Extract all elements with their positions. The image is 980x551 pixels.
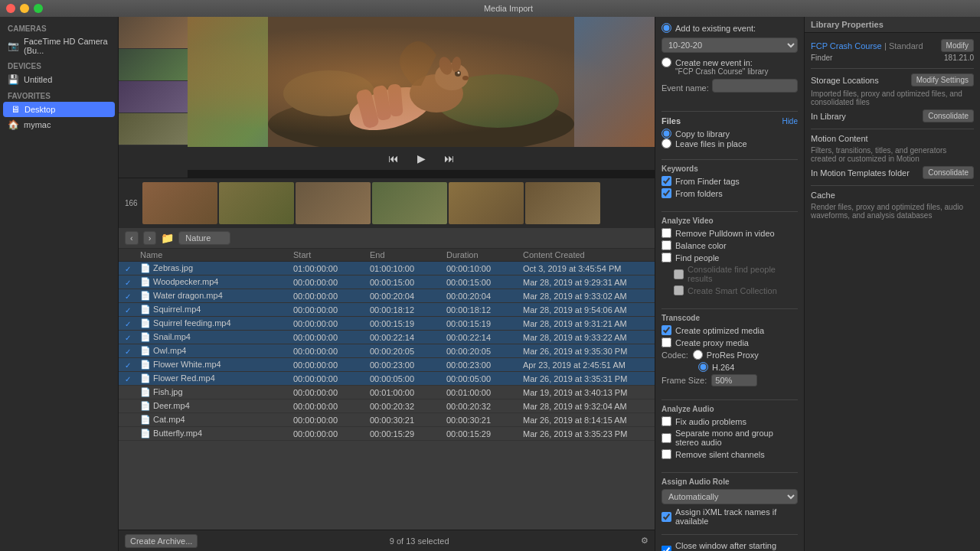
assign-ixml-item[interactable]: Assign iXML track names if available <box>662 507 798 526</box>
row-check[interactable]: ✓ <box>125 360 140 370</box>
table-row[interactable]: ✓ 📄 Flower White.mp4 00:00:00:00 00:00:2… <box>119 358 655 372</box>
prev-frame-button[interactable]: ⏮ <box>384 151 403 166</box>
header-created[interactable]: Content Created <box>523 250 655 259</box>
find-people-check[interactable] <box>662 253 671 262</box>
balance-color-check[interactable] <box>662 240 671 250</box>
table-row[interactable]: ✓ 📄 Zebras.jpg 01:00:00:00 01:00:10:00 0… <box>119 262 655 276</box>
table-row[interactable]: 📄 Butterfly.mp4 00:00:00:00 00:00:15:29 … <box>119 427 655 441</box>
film-frame-3[interactable] <box>296 182 371 224</box>
audio-role-selector[interactable]: Automatically <box>662 489 798 504</box>
remove-silent-check[interactable] <box>662 449 671 459</box>
assign-ixml-check[interactable] <box>662 512 671 522</box>
create-optimized-check[interactable] <box>662 325 671 335</box>
header-duration[interactable]: Duration <box>446 250 523 259</box>
create-optimized-item[interactable]: Create optimized media <box>662 325 798 335</box>
fix-audio-check[interactable] <box>662 416 671 426</box>
create-smart-collection-item[interactable]: Create Smart Collection <box>662 285 798 295</box>
header-end[interactable]: End <box>370 250 446 259</box>
separate-mono-check[interactable] <box>662 433 671 443</box>
from-folders-item[interactable]: From folders <box>662 188 798 198</box>
header-start[interactable]: Start <box>293 250 370 259</box>
consolidate-people-item[interactable]: Consolidate find people results <box>662 265 798 283</box>
add-to-existing-radio-item[interactable]: Add to existing event: <box>662 23 798 33</box>
prores-radio-item[interactable]: ProRes Proxy <box>693 350 759 360</box>
create-proxy-check[interactable] <box>662 337 671 347</box>
find-people-item[interactable]: Find people <box>662 253 798 262</box>
row-check[interactable]: ✓ <box>125 264 140 273</box>
row-check[interactable]: ✓ <box>125 347 140 356</box>
header-name[interactable]: Name <box>140 250 293 259</box>
table-row[interactable]: ✓ 📄 Water dragon.mp4 00:00:00:00 00:00:2… <box>119 289 655 303</box>
thumb-1[interactable] <box>119 17 188 49</box>
prores-radio[interactable] <box>693 350 703 360</box>
table-row[interactable]: ✓ 📄 Owl.mp4 00:00:00:00 00:00:20:05 00:0… <box>119 344 655 358</box>
from-finder-tags-check[interactable] <box>662 176 671 186</box>
table-row[interactable]: ✓ 📄 Squirrel.mp4 00:00:00:00 00:00:18:12… <box>119 303 655 317</box>
table-row[interactable]: 📄 Deer.mp4 00:00:00:00 00:00:20:32 00:00… <box>119 399 655 413</box>
remove-pulldown-item[interactable]: Remove Pulldown in video <box>662 228 798 238</box>
folder-selector[interactable]: Nature <box>178 231 230 245</box>
film-frame-6[interactable] <box>525 182 600 224</box>
row-check[interactable]: ✓ <box>125 374 140 383</box>
film-frame-1[interactable] <box>142 182 217 224</box>
consolidate2-button[interactable]: Consolidate <box>923 166 974 179</box>
close-window-row[interactable]: Close window after starting import <box>662 541 798 551</box>
h264-radio[interactable] <box>698 362 708 372</box>
close-window-check[interactable] <box>662 546 671 552</box>
table-row[interactable]: 📄 Cat.mp4 00:00:00:00 00:00:30:21 00:00:… <box>119 413 655 427</box>
from-finder-tags-item[interactable]: From Finder tags <box>662 176 798 186</box>
event-selector[interactable]: 10-20-20 <box>662 37 798 53</box>
remove-silent-item[interactable]: Remove silent channels <box>662 449 798 459</box>
create-new-event-radio[interactable] <box>662 57 671 67</box>
add-to-existing-radio[interactable] <box>662 23 671 33</box>
h264-radio-item[interactable]: H.264 <box>698 362 734 372</box>
consolidate-people-check[interactable] <box>674 269 684 279</box>
modify-button[interactable]: Modify <box>941 39 974 52</box>
event-name-input[interactable] <box>712 79 798 93</box>
row-check[interactable]: ✓ <box>125 278 140 287</box>
table-row[interactable]: ✓ 📄 Snail.mp4 00:00:00:00 00:00:22:14 00… <box>119 331 655 344</box>
balance-color-item[interactable]: Balance color <box>662 240 798 250</box>
sidebar-item-desktop[interactable]: 🖥 Desktop <box>3 102 115 117</box>
row-check[interactable]: ✓ <box>125 292 140 301</box>
table-row[interactable]: 📄 Fish.jpg 00:00:00:00 00:01:00:00 00:01… <box>119 386 655 399</box>
remove-pulldown-check[interactable] <box>662 228 671 238</box>
close-button[interactable] <box>6 4 15 13</box>
frame-size-input[interactable] <box>711 374 757 386</box>
thumb-2[interactable] <box>119 49 188 81</box>
consolidate-button[interactable]: Consolidate <box>923 109 974 122</box>
minimize-button[interactable] <box>20 4 29 13</box>
back-button[interactable]: ‹ <box>125 231 139 245</box>
table-row[interactable]: ✓ 📄 Woodpecker.mp4 00:00:00:00 00:00:15:… <box>119 276 655 289</box>
next-frame-button[interactable]: ⏭ <box>439 151 459 166</box>
create-proxy-item[interactable]: Create proxy media <box>662 337 798 347</box>
sidebar-item-camera[interactable]: 📷 FaceTime HD Camera (Bu... <box>0 34 118 57</box>
row-check[interactable]: ✓ <box>125 319 140 328</box>
leave-files-radio[interactable] <box>662 139 671 148</box>
copy-to-library-radio[interactable] <box>662 129 671 139</box>
from-folders-check[interactable] <box>662 188 671 198</box>
film-frame-2[interactable] <box>219 182 294 224</box>
row-check[interactable]: ✓ <box>125 305 140 315</box>
sidebar-item-mymac[interactable]: 🏠 mymac <box>0 117 118 132</box>
leave-files-radio-item[interactable]: Leave files in place <box>662 139 798 148</box>
thumb-4[interactable] <box>119 113 188 145</box>
forward-button[interactable]: › <box>143 231 157 245</box>
table-row[interactable]: ✓ 📄 Squirrel feeding.mp4 00:00:00:00 00:… <box>119 317 655 331</box>
modify-settings-button[interactable]: Modify Settings <box>911 73 974 86</box>
row-check[interactable]: ✓ <box>125 333 140 342</box>
sidebar-item-device[interactable]: 💾 Untitled <box>0 72 118 87</box>
window-controls[interactable] <box>6 4 43 13</box>
create-archive-button[interactable]: Create Archive... <box>125 534 198 548</box>
play-button[interactable]: ▶ <box>413 151 430 166</box>
maximize-button[interactable] <box>34 4 43 13</box>
create-new-event-radio-item[interactable]: Create new event in: <box>662 57 798 67</box>
create-smart-collection-check[interactable] <box>674 285 684 295</box>
copy-to-library-radio-item[interactable]: Copy to library <box>662 129 798 139</box>
film-frame-5[interactable] <box>449 182 524 224</box>
fix-audio-item[interactable]: Fix audio problems <box>662 416 798 426</box>
table-row[interactable]: ✓ 📄 Flower Red.mp4 00:00:00:00 00:00:05:… <box>119 372 655 386</box>
separate-mono-item[interactable]: Separate mono and group stereo audio <box>662 429 798 447</box>
thumb-3[interactable] <box>119 81 188 113</box>
hide-link[interactable]: Hide <box>782 117 798 126</box>
